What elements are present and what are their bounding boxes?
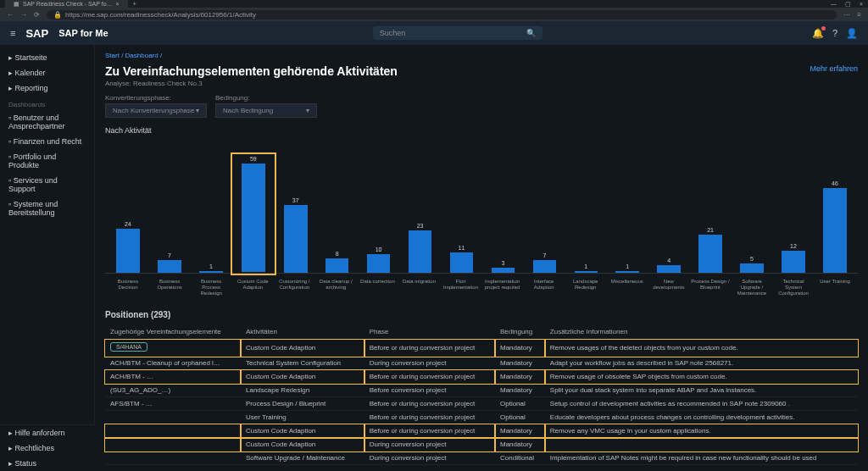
- chart-bar[interactable]: 5: [732, 256, 771, 273]
- table-row[interactable]: ACH/BTM - …Custom Code AdaptionBefore or…: [105, 370, 858, 384]
- table-cell: Before conversion project: [364, 384, 495, 397]
- chart-bar[interactable]: 7: [150, 252, 189, 273]
- url-text: https://me.sap.com/readinesscheck/Analys…: [65, 11, 256, 19]
- sidebar-item[interactable]: ▫ Benutzer und Ansprechpartner: [0, 110, 94, 134]
- learn-more-link[interactable]: Mehr erfahren: [810, 64, 858, 73]
- chart-bar[interactable]: 4: [649, 258, 688, 273]
- new-tab-button[interactable]: +: [133, 1, 136, 7]
- table-header[interactable]: Zugehörige Vereinfachungselemente: [105, 324, 241, 340]
- table-row[interactable]: S/4HANA Custom Code AdaptionBefore or du…: [105, 340, 858, 357]
- bar-value: 1: [209, 263, 213, 269]
- chart-bar[interactable]: 23: [401, 223, 440, 273]
- chart-bar[interactable]: 12: [774, 243, 813, 273]
- chart-bar[interactable]: 37: [276, 197, 315, 273]
- tab-favicon: ▦: [14, 1, 19, 8]
- bar: [116, 229, 140, 273]
- sidebar-section-label: Dashboards: [0, 96, 94, 110]
- table-row[interactable]: (SU3_AG_ADO_…)Landscape RedesignBefore c…: [105, 384, 858, 397]
- chart-bar[interactable]: 46: [815, 180, 854, 273]
- chart-bar[interactable]: 24: [108, 221, 147, 273]
- chart-bar[interactable]: 3: [483, 260, 522, 274]
- table-header[interactable]: Aktivitäten: [241, 324, 364, 340]
- simplification-cell: ACH/BTM - …: [105, 370, 241, 384]
- bar: [409, 230, 432, 273]
- table-cell: Implementation of SAP Notes might be req…: [545, 452, 858, 465]
- table-cell: Mandatory: [495, 340, 545, 357]
- close-icon[interactable]: ×: [116, 1, 120, 7]
- sidebar-bottom-item[interactable]: ▸ Rechtliches: [0, 441, 95, 456]
- bar-label: New developments: [649, 279, 688, 296]
- table-cell: Mandatory: [495, 370, 545, 384]
- table-row[interactable]: User TrainingBefore or during conversion…: [105, 411, 858, 424]
- bar: [657, 265, 681, 273]
- bar: [284, 205, 308, 273]
- table-cell: Adapt your workflow jobs as described in…: [545, 357, 858, 370]
- table-cell: Mandatory: [495, 384, 545, 397]
- chart-bar[interactable]: 59: [233, 155, 274, 273]
- table-row[interactable]: Software Upgrade / MaintenanceDuring con…: [105, 452, 858, 465]
- bar-label: Technical System Configuration: [774, 279, 813, 296]
- sidebar-item[interactable]: ▸ Startseite: [0, 50, 94, 65]
- crumb-start[interactable]: Start: [105, 52, 120, 59]
- hamburger-icon[interactable]: ≡: [10, 28, 15, 38]
- table-cell: Custom Code Adaption: [241, 424, 364, 438]
- bar-value: 10: [376, 247, 382, 252]
- help-icon[interactable]: ?: [832, 28, 837, 39]
- simplification-cell: [105, 424, 241, 438]
- table-row[interactable]: ACH/BTM - Cleanup of orphaned l…Technica…: [105, 357, 858, 370]
- chart-bar[interactable]: 7: [525, 252, 564, 273]
- table-cell: Setup control of development activities …: [545, 397, 858, 411]
- bar: [326, 258, 349, 273]
- chart-bar[interactable]: 11: [442, 245, 481, 273]
- chart-bar[interactable]: 1: [566, 263, 605, 273]
- bar-value: 23: [417, 223, 424, 229]
- user-icon[interactable]: 👤: [846, 28, 858, 39]
- bar: [823, 188, 847, 273]
- close-window-icon[interactable]: ×: [860, 1, 863, 8]
- forward-icon[interactable]: →: [20, 11, 27, 19]
- bar-value: 37: [292, 197, 299, 203]
- crumb-dashboard[interactable]: Dashboard: [125, 52, 159, 59]
- menu-icon[interactable]: ≡: [857, 11, 861, 19]
- table-header[interactable]: Phase: [364, 324, 495, 340]
- chart-bar[interactable]: 21: [691, 227, 730, 274]
- chart-bar[interactable]: 8: [318, 251, 357, 273]
- bar: [158, 260, 181, 273]
- table-cell: Landscape Redesign: [241, 384, 364, 397]
- sidebar-item[interactable]: ▸ Kalender: [0, 65, 94, 80]
- bar: [533, 260, 557, 273]
- filter1-select[interactable]: Nach Konvertierungsphase ▾: [105, 103, 207, 118]
- sidebar-bottom-item[interactable]: ▸ Hilfe anfordern: [0, 425, 95, 441]
- sidebar-item[interactable]: ▫ Portfolio und Produkte: [0, 149, 94, 173]
- filter2-select[interactable]: Nach Bedingung ▾: [215, 103, 317, 118]
- back-icon[interactable]: ←: [7, 11, 14, 19]
- table-row[interactable]: Custom Code AdaptionDuring conversion pr…: [105, 438, 858, 452]
- sidebar-bottom-item[interactable]: ▸ Status: [0, 456, 95, 471]
- sidebar-item[interactable]: ▫ Systeme und Bereitstellung: [0, 197, 94, 220]
- breadcrumb[interactable]: Start / Dashboard /: [105, 52, 858, 59]
- bar-value: 11: [459, 245, 465, 251]
- bar-value: 24: [125, 221, 131, 227]
- chart-bar[interactable]: 1: [608, 263, 647, 273]
- url-input[interactable]: 🔒 https://me.sap.com/readinesscheck/Anal…: [47, 10, 837, 19]
- extensions-icon[interactable]: ⋯: [843, 11, 850, 19]
- sidebar-item[interactable]: ▫ Finanzen und Recht: [0, 134, 94, 149]
- browser-tab[interactable]: ▦ SAP Readiness Check - SAP fo… ×: [5, 0, 128, 8]
- bar-label: Data migration: [399, 279, 438, 296]
- chart-bar[interactable]: 1: [192, 263, 231, 273]
- table-cell: [545, 438, 858, 452]
- search-input[interactable]: Suchen 🔍: [373, 26, 542, 40]
- table-header[interactable]: Bedingung: [495, 324, 545, 340]
- table-header[interactable]: Zusätzliche Informationen: [545, 324, 858, 340]
- table-cell: Before or during conversion project: [364, 340, 495, 357]
- table-row[interactable]: AFS/BTM - …Process Design / BlueprintBef…: [105, 397, 858, 411]
- chart-bar[interactable]: 10: [359, 247, 398, 273]
- refresh-icon[interactable]: ⟳: [34, 11, 40, 19]
- table-row[interactable]: Custom Code AdaptionBefore or during con…: [105, 424, 858, 438]
- minimize-icon[interactable]: —: [831, 1, 837, 8]
- maximize-icon[interactable]: ▢: [845, 1, 851, 8]
- simplification-cell: S/4HANA: [105, 340, 241, 357]
- sidebar-item[interactable]: ▸ Reporting: [0, 80, 94, 96]
- notification-icon[interactable]: 🔔: [812, 28, 824, 39]
- sidebar-item[interactable]: ▫ Services und Support: [0, 173, 94, 197]
